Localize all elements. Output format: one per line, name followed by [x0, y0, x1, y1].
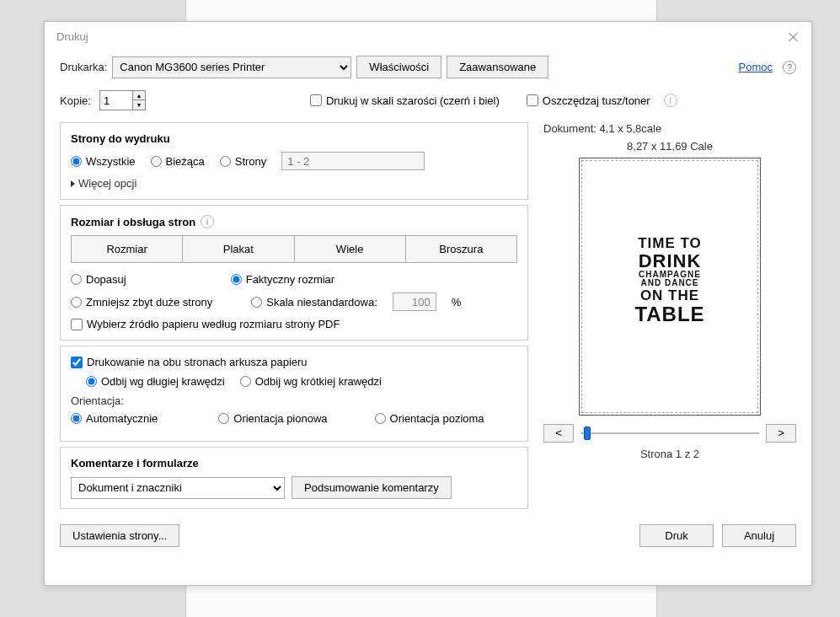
- orientation-label: Orientacja:: [71, 394, 517, 407]
- radio-portrait[interactable]: Orientacja pionowa: [218, 412, 327, 425]
- radio-fit[interactable]: Dopasuj: [71, 273, 126, 286]
- tab-booklet[interactable]: Broszura: [406, 235, 517, 263]
- dialog-title: Drukuj: [56, 30, 88, 43]
- prev-page-button[interactable]: <: [543, 424, 574, 443]
- info-icon[interactable]: i: [201, 215, 214, 228]
- comments-group-title: Komentarze i formularze: [71, 457, 517, 469]
- help-link[interactable]: Pomoc: [739, 61, 773, 73]
- duplex-orientation-group: Drukowanie na obu stronach arkusza papie…: [60, 346, 528, 442]
- radio-current[interactable]: Bieżąca: [151, 155, 205, 168]
- sizing-group: Rozmiar i obsługa stron i Rozmiar Plakat…: [60, 205, 528, 341]
- help-icon[interactable]: ?: [783, 61, 796, 74]
- printer-select[interactable]: Canon MG3600 series Printer: [112, 56, 351, 78]
- more-options-toggle[interactable]: Więcej opcji: [71, 177, 517, 190]
- radio-pages[interactable]: Strony: [220, 155, 267, 168]
- grayscale-checkbox[interactable]: Drukuj w skali szarości (czerń i biel): [310, 94, 500, 107]
- copies-input[interactable]: [100, 93, 132, 109]
- paper-source-checkbox[interactable]: Wybierz źródło papieru według rozmiaru s…: [71, 318, 517, 330]
- paper-dimensions: 8,27 x 11,69 Cale: [543, 140, 796, 153]
- info-icon[interactable]: i: [664, 94, 677, 107]
- radio-shrink[interactable]: Zmniejsz zbyt duże strony: [71, 296, 212, 308]
- tab-size[interactable]: Rozmiar: [71, 235, 183, 263]
- radio-flip-long[interactable]: Odbij wg długiej krawędzi: [86, 375, 225, 388]
- advanced-button[interactable]: Zaawansowane: [447, 56, 548, 78]
- titlebar: Drukuj: [45, 22, 811, 51]
- document-dimensions: Dokument: 4,1 x 5,8cale: [543, 122, 796, 135]
- copies-down[interactable]: ▼: [133, 100, 145, 110]
- print-preview: TIME TO DRINK CHAMPAGNE AND DANCE ON THE…: [579, 158, 761, 416]
- preview-content: TIME TO DRINK CHAMPAGNE AND DANCE ON THE…: [580, 236, 760, 325]
- summarize-comments-button[interactable]: Podsumowanie komentarzy: [292, 476, 452, 499]
- page-setup-button[interactable]: Ustawienia strony...: [60, 524, 179, 547]
- copies-label: Kopie:: [60, 94, 91, 107]
- pages-group-title: Strony do wydruku: [71, 132, 517, 145]
- radio-landscape[interactable]: Orientacja pozioma: [375, 412, 484, 425]
- close-icon[interactable]: [788, 31, 800, 43]
- copies-stepper[interactable]: ▲ ▼: [99, 90, 146, 110]
- print-button[interactable]: Druk: [639, 524, 714, 547]
- pages-to-print-group: Strony do wydruku Wszystkie Bieżąca Stro…: [60, 122, 528, 200]
- sizing-group-title: Rozmiar i obsługa stron i: [71, 215, 517, 228]
- comments-select[interactable]: Dokument i znaczniki: [71, 477, 285, 499]
- cancel-button[interactable]: Anuluj: [722, 524, 796, 547]
- radio-actual[interactable]: Faktyczny rozmiar: [231, 273, 334, 286]
- radio-flip-short[interactable]: Odbij wg krótkiej krawędzi: [240, 375, 382, 388]
- custom-scale-input[interactable]: [393, 292, 436, 311]
- chevron-right-icon: [71, 180, 75, 187]
- properties-button[interactable]: Właściwości: [356, 56, 441, 78]
- tab-poster[interactable]: Plakat: [183, 235, 294, 263]
- page-indicator: Strona 1 z 2: [543, 448, 796, 460]
- print-dialog: Drukuj Drukarka: Canon MG3600 series Pri…: [44, 21, 812, 586]
- comments-group: Komentarze i formularze Dokument i znacz…: [60, 447, 528, 509]
- copies-up[interactable]: ▲: [133, 91, 145, 100]
- page-range-input[interactable]: [281, 152, 425, 170]
- radio-all[interactable]: Wszystkie: [71, 155, 136, 168]
- tab-multiple[interactable]: Wiele: [295, 235, 406, 263]
- next-page-button[interactable]: >: [766, 424, 796, 443]
- page-slider[interactable]: [581, 425, 759, 442]
- radio-auto[interactable]: Automatycznie: [71, 412, 158, 425]
- radio-custom-scale[interactable]: Skala niestandardowa:: [251, 296, 377, 308]
- printer-label: Drukarka:: [60, 61, 107, 73]
- percent-label: %: [452, 296, 462, 308]
- both-sides-checkbox[interactable]: Drukowanie na obu stronach arkusza papie…: [71, 356, 517, 368]
- slider-thumb[interactable]: [584, 427, 591, 440]
- save-ink-checkbox[interactable]: Oszczędzaj tusz/toner: [527, 94, 650, 107]
